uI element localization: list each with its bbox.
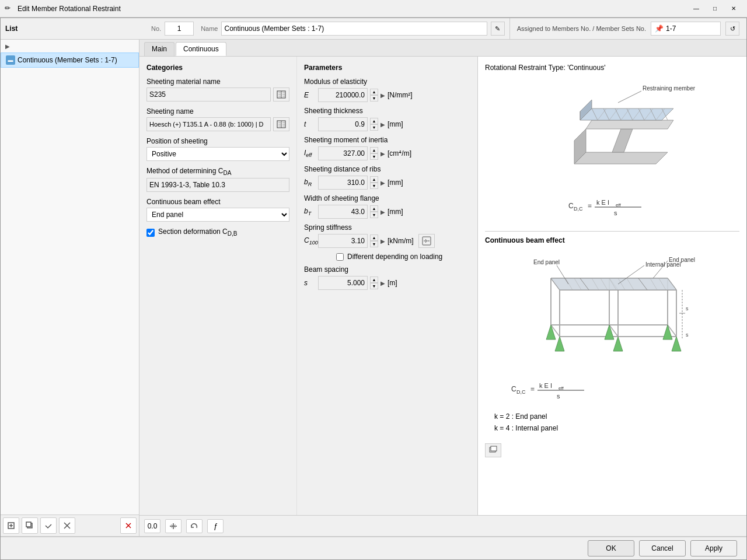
sheeting-name-label: Sheeting name	[146, 107, 289, 116]
spring-input[interactable]	[318, 234, 368, 248]
distance-group: Sheeting distance of ribs bR ▲ ▼ ▶	[304, 165, 470, 190]
parameters-section: Parameters Modulus of elasticity E ▲	[297, 57, 477, 515]
check-item-button[interactable]	[40, 517, 57, 534]
content-area: ▶ ▬ Continuous (Member Sets : 1-7)	[1, 40, 746, 536]
diagram-panel: Rotational Restraint Type: 'Continuous'	[478, 57, 746, 515]
svg-rect-81	[491, 446, 497, 451]
k-internal-label: k = 4 : Internal panel	[494, 422, 739, 434]
sheeting-name-row	[146, 117, 289, 131]
top-header-row: List No. Name ✎ Assigned to Members No. …	[1, 18, 746, 40]
spring-group: Spring stiffness C100 ▲ ▼ ▶ [kNm	[304, 223, 470, 248]
cancel-button[interactable]: Cancel	[639, 540, 686, 556]
add-item-button[interactable]	[3, 517, 19, 534]
position-sheeting-select[interactable]: Positive Negative	[146, 147, 289, 161]
restraining-member-label: Restraining member	[643, 85, 696, 92]
width-down-button[interactable]: ▼	[370, 212, 378, 218]
svg-marker-64	[663, 325, 672, 340]
apply-button[interactable]: Apply	[690, 540, 737, 556]
moment-input[interactable]	[318, 146, 368, 160]
moment-down-button[interactable]: ▼	[370, 153, 378, 160]
restraint-diagram-svg: Restraining member	[528, 76, 697, 181]
thickness-up-button[interactable]: ▲	[370, 118, 378, 124]
list-item-icon: ▬	[6, 55, 15, 65]
middle-inner: Categories Sheeting material name	[139, 57, 477, 515]
s-label-1: s	[686, 306, 689, 312]
sheeting-name-input[interactable]	[146, 117, 271, 131]
sheeting-material-browse-button[interactable]	[273, 88, 289, 102]
svg-text:eff: eff	[616, 202, 622, 208]
beam-effect-svg: End panel Internal panel End panel	[528, 249, 697, 366]
list-tree-row: ▶	[1, 40, 139, 52]
bottom-toolbar: 0.0 ƒ	[139, 515, 746, 536]
sheeting-material-input[interactable]	[146, 88, 271, 102]
no-input[interactable]	[165, 22, 194, 36]
diff-loading-group: Different depending on loading	[336, 253, 470, 261]
thickness-input[interactable]	[318, 117, 368, 131]
add-icon	[6, 521, 16, 530]
modulus-input[interactable]	[318, 88, 368, 102]
diff-loading-checkbox[interactable]	[336, 253, 344, 261]
spacing-arrow-icon: ▶	[381, 280, 385, 286]
categories-section: Categories Sheeting material name	[139, 57, 297, 515]
thickness-row: t ▲ ▼ ▶ [mm]	[304, 117, 470, 131]
width-up-button[interactable]: ▲	[370, 205, 378, 212]
spacing-down-button[interactable]: ▼	[370, 283, 378, 289]
tab-continuous[interactable]: Continuous	[176, 42, 226, 56]
tab-main[interactable]: Main	[144, 42, 174, 56]
minimize-button[interactable]: —	[687, 3, 705, 15]
section-deformation-checkbox[interactable]	[146, 229, 155, 237]
spring-detail-button[interactable]	[418, 234, 435, 248]
restraint-diagram: Restraining member	[485, 76, 739, 181]
distance-down-button[interactable]: ▼	[370, 183, 378, 189]
bottom-btn-3[interactable]	[186, 519, 203, 533]
list-header-label: List	[5, 24, 18, 33]
modulus-up-button[interactable]: ▲	[370, 89, 378, 95]
assigned-label: Assigned to Members No. / Member Sets No…	[517, 25, 646, 32]
bottom-btn-2[interactable]	[165, 519, 181, 533]
bottom-btn-1[interactable]: 0.0	[144, 519, 160, 533]
copy-diagram-button[interactable]	[485, 443, 501, 457]
section-deformation-row: Section deformation CD,B	[146, 228, 289, 237]
moment-up-button[interactable]: ▲	[370, 147, 378, 153]
spacing-up-button[interactable]: ▲	[370, 276, 378, 283]
modulus-row: E ▲ ▼ ▶ [N/mm²]	[304, 88, 470, 102]
book-icon	[276, 90, 287, 99]
width-input[interactable]	[318, 205, 368, 219]
spring-up-button[interactable]: ▲	[370, 235, 378, 241]
distance-up-button[interactable]: ▲	[370, 176, 378, 183]
bottom-btn-4[interactable]: ƒ	[207, 519, 224, 533]
list-item[interactable]: ▬ Continuous (Member Sets : 1-7)	[1, 52, 139, 68]
spacing-input[interactable]	[318, 276, 368, 290]
bottom-btn-1-label: 0.0	[148, 522, 158, 530]
distance-input[interactable]	[318, 176, 368, 190]
spring-label: Spring stiffness	[304, 223, 470, 232]
method-input[interactable]	[146, 178, 289, 192]
end-panel-left-label: End panel	[533, 259, 560, 265]
beam-effect-diagram: End panel Internal panel End panel	[485, 249, 739, 366]
window-controls: — □ ✕	[687, 3, 742, 15]
svg-rect-2	[26, 522, 31, 527]
beam-effect-select[interactable]: End panel Internal panel	[146, 208, 289, 222]
thickness-down-button[interactable]: ▼	[370, 124, 378, 131]
copy-diagram-icon	[488, 446, 498, 454]
spacing-symbol: s	[304, 279, 316, 287]
tree-expand-icon[interactable]: ▶	[3, 41, 12, 51]
section-deformation-group: Section deformation CD,B	[146, 228, 289, 237]
assigned-refresh-button[interactable]: ↺	[725, 22, 739, 36]
modulus-down-button[interactable]: ▼	[370, 95, 378, 102]
name-edit-button[interactable]: ✎	[491, 22, 505, 36]
name-input[interactable]	[221, 22, 487, 36]
uncheck-item-button[interactable]	[59, 517, 75, 534]
maximize-button[interactable]: □	[706, 3, 724, 15]
sheeting-name-browse-button[interactable]	[273, 117, 289, 131]
delete-item-button[interactable]	[120, 517, 137, 534]
spring-down-button[interactable]: ▼	[370, 241, 378, 247]
distance-symbol: bR	[304, 178, 316, 187]
close-button[interactable]: ✕	[725, 3, 742, 15]
uncheck-icon	[62, 521, 72, 530]
spacing-group: Beam spacing s ▲ ▼ ▶ [m]	[304, 265, 470, 290]
copy-item-button[interactable]	[22, 517, 38, 534]
ok-button[interactable]: OK	[588, 540, 634, 556]
svg-marker-51	[580, 278, 647, 290]
position-sheeting-group: Position of sheeting Positive Negative	[146, 137, 289, 161]
